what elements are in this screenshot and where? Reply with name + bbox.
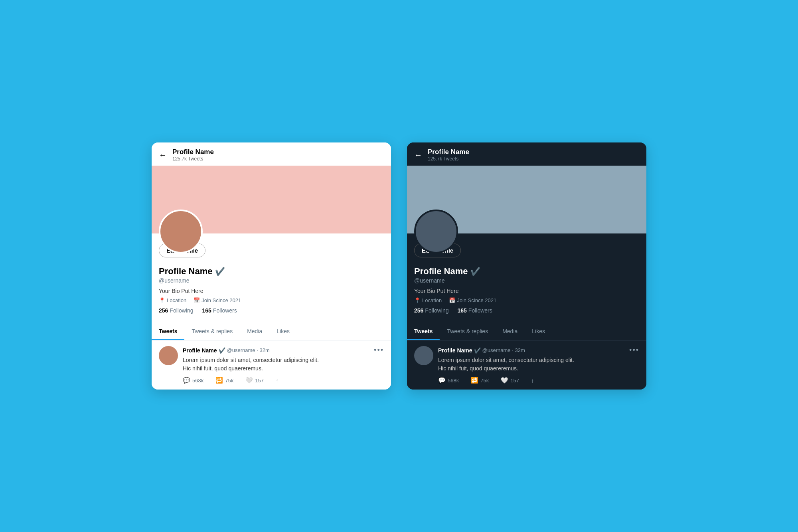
light-display-name: Profile Name: [159, 266, 213, 277]
dark-share-action[interactable]: ↑: [531, 377, 534, 384]
light-tweet-avatar: [159, 346, 178, 365]
light-tweet-more-button[interactable]: •••: [374, 346, 384, 354]
light-profile-stats: 256 Following 165 Followers: [159, 307, 384, 314]
light-share-action[interactable]: ↑: [276, 377, 279, 384]
dark-tweet-avatar: [414, 346, 433, 365]
dark-tweet-section: Profile Name ✔️ @username · 32m ••• Lore…: [407, 340, 646, 390]
light-nav-text: Profile Name 125.7k Tweets: [172, 148, 214, 162]
dark-location-label: Location: [422, 297, 442, 303]
dark-profile-meta: 📍 Location 📅 Join Scince 2021: [414, 297, 639, 303]
light-tabs: Tweets Tweets & replies Media Likes: [152, 322, 391, 340]
light-following-stat[interactable]: 256 Following: [159, 307, 194, 314]
dark-tweet-meta-row: Profile Name ✔️ @username · 32m •••: [438, 346, 639, 354]
dark-followers-label: Followers: [468, 307, 492, 314]
light-retweet-action[interactable]: 🔁 75k: [215, 377, 233, 384]
dark-reply-action[interactable]: 💬 568k: [438, 377, 459, 384]
dark-display-name: Profile Name: [414, 266, 468, 277]
light-profile-card: ← Profile Name 125.7k Tweets Edit Profil…: [152, 142, 391, 390]
light-reply-count: 568k: [192, 378, 203, 384]
light-tab-likes[interactable]: Likes: [269, 322, 297, 340]
dark-tweet-verified: ✔️: [474, 347, 481, 354]
light-location-label: Location: [167, 297, 186, 303]
light-nav-tweet-count: 125.7k Tweets: [172, 156, 214, 162]
light-tab-replies[interactable]: Tweets & replies: [184, 322, 240, 340]
dark-tab-likes[interactable]: Likes: [525, 322, 552, 340]
light-tweet-verified: ✔️: [219, 347, 225, 354]
dark-location-icon: 📍: [414, 297, 421, 303]
dark-tweet-row: Profile Name ✔️ @username · 32m ••• Lore…: [414, 346, 639, 384]
dark-following-stat[interactable]: 256 Following: [414, 307, 449, 314]
dark-nav-profile-name: Profile Name: [428, 148, 469, 156]
dark-back-button[interactable]: ←: [414, 150, 422, 160]
dark-profile-card: ← Profile Name 125.7k Tweets Edit Profil…: [407, 142, 646, 390]
dark-location-item: 📍 Location: [414, 297, 442, 303]
light-join-item: 📅 Join Scince 2021: [194, 297, 241, 303]
light-like-action[interactable]: 🤍 157: [245, 377, 264, 384]
dark-avatar: [414, 210, 458, 253]
dark-avatar-edit-row: Edit Profile: [407, 233, 646, 257]
light-tab-media[interactable]: Media: [240, 322, 269, 340]
light-tab-tweets[interactable]: Tweets: [152, 322, 184, 340]
light-location-item: 📍 Location: [159, 297, 186, 303]
light-tweet-text: Lorem ipsum dolor sit amet, consectetur …: [183, 356, 384, 373]
dark-calendar-icon: 📅: [449, 297, 455, 303]
dark-retweet-action[interactable]: 🔁 75k: [471, 377, 489, 384]
dark-share-icon: ↑: [531, 377, 534, 384]
light-nav-profile-name: Profile Name: [172, 148, 214, 156]
light-profile-info: Profile Name ✔️ @username Your Bio Put H…: [152, 257, 391, 318]
light-tweet-content: Profile Name ✔️ @username · 32m ••• Lore…: [183, 346, 384, 384]
light-like-count: 157: [255, 378, 264, 384]
dark-tweet-actions: 💬 568k 🔁 75k 🤍 157 ↑: [438, 377, 639, 384]
dark-retweet-icon: 🔁: [471, 377, 478, 384]
light-retweet-icon: 🔁: [215, 377, 223, 384]
dark-reply-icon: 💬: [438, 377, 446, 384]
dark-tab-tweets[interactable]: Tweets: [407, 322, 440, 340]
dark-tab-replies[interactable]: Tweets & replies: [440, 322, 495, 340]
dark-like-count: 157: [510, 378, 519, 384]
dark-tweet-text: Lorem ipsum dolor sit amet, consectetur …: [438, 356, 639, 373]
light-tweet-section: Profile Name ✔️ @username · 32m ••• Lore…: [152, 340, 391, 390]
light-like-icon: 🤍: [245, 377, 253, 384]
light-avatar-edit-row: Edit Profile: [152, 233, 391, 257]
light-tweet-author: Profile Name: [183, 347, 217, 354]
dark-tweet-more-button[interactable]: •••: [629, 346, 639, 354]
light-following-label: Following: [170, 307, 193, 314]
light-join-label: Join Scince 2021: [201, 297, 241, 303]
dark-reply-count: 568k: [448, 378, 459, 384]
dark-following-count: 256: [414, 307, 423, 314]
light-followers-count: 165: [202, 307, 211, 314]
dark-nav-tweet-count: 125.7k Tweets: [428, 156, 469, 162]
light-reply-icon: 💬: [183, 377, 190, 384]
light-location-icon: 📍: [159, 297, 165, 303]
dark-bio: Your Bio Put Here: [414, 288, 639, 294]
dark-profile-info: Profile Name ✔️ @username Your Bio Put H…: [407, 257, 646, 318]
dark-nav-text: Profile Name 125.7k Tweets: [428, 148, 469, 162]
light-tweet-usernameandtime: @username · 32m: [227, 347, 270, 353]
light-reply-action[interactable]: 💬 568k: [183, 377, 203, 384]
light-followers-label: Followers: [213, 307, 237, 314]
light-followers-stat[interactable]: 165 Followers: [202, 307, 237, 314]
dark-profile-name-row: Profile Name ✔️: [414, 266, 639, 277]
light-tweet-meta-left: Profile Name ✔️ @username · 32m: [183, 347, 270, 354]
light-tweet-meta-row: Profile Name ✔️ @username · 32m •••: [183, 346, 384, 354]
dark-header-nav: ← Profile Name 125.7k Tweets: [407, 142, 646, 166]
dark-tabs: Tweets Tweets & replies Media Likes: [407, 322, 646, 340]
dark-tweet-author: Profile Name: [438, 347, 472, 354]
light-retweet-count: 75k: [225, 378, 233, 384]
dark-tweet-usernameandtime: @username · 32m: [482, 347, 525, 353]
dark-followers-stat[interactable]: 165 Followers: [458, 307, 492, 314]
light-following-count: 256: [159, 307, 168, 314]
light-profile-name-row: Profile Name ✔️: [159, 266, 384, 277]
light-back-button[interactable]: ←: [159, 150, 167, 160]
dark-join-item: 📅 Join Scince 2021: [449, 297, 496, 303]
light-verified-badge: ✔️: [215, 267, 225, 276]
light-calendar-icon: 📅: [194, 297, 200, 303]
light-username: @username: [159, 277, 384, 284]
dark-tweet-meta-left: Profile Name ✔️ @username · 32m: [438, 347, 525, 354]
light-share-icon: ↑: [276, 377, 279, 384]
dark-join-label: Join Scince 2021: [457, 297, 496, 303]
dark-tweet-content: Profile Name ✔️ @username · 32m ••• Lore…: [438, 346, 639, 384]
dark-like-icon: 🤍: [501, 377, 508, 384]
dark-like-action[interactable]: 🤍 157: [501, 377, 519, 384]
dark-tab-media[interactable]: Media: [495, 322, 525, 340]
